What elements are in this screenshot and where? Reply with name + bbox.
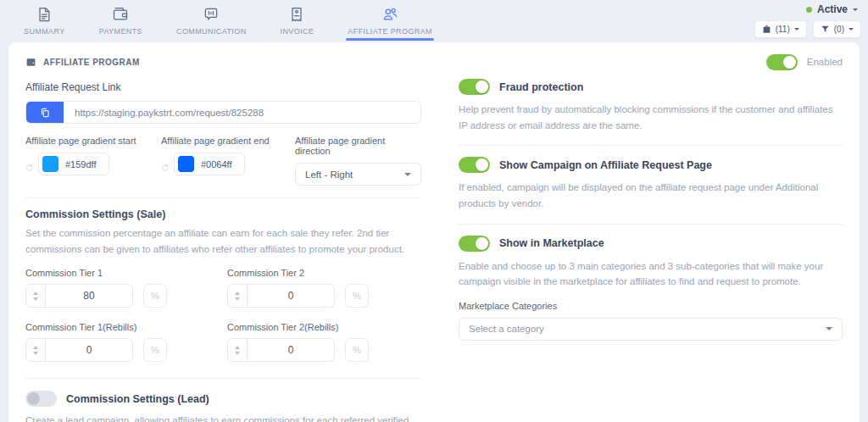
tab-communication[interactable]: COMMUNICATION xyxy=(175,0,248,42)
marketplace-toggle-row: Show in Marketplace xyxy=(459,236,843,252)
arrow-up-icon xyxy=(235,292,240,295)
sale-settings-title: Commission Settings (Sale) xyxy=(25,208,421,220)
stepper-arrows[interactable] xyxy=(228,339,248,361)
tier2-rebills-stepper: 0 xyxy=(227,338,335,362)
tier-row-2: Commission Tier 1(Rebills) 0 % Com xyxy=(25,322,421,362)
tab-payments[interactable]: PAYMENTS xyxy=(97,0,144,42)
fraud-protection-section: Fraud protection Help prevent fraud by a… xyxy=(459,71,843,146)
wallet-icon xyxy=(25,57,36,68)
panel-header: AFFILIATE PROGRAM Enabled xyxy=(25,54,843,69)
divider xyxy=(25,378,421,379)
commission-tier2-rebills-field: Commission Tier 2(Rebills) 0 % xyxy=(227,322,421,362)
fraud-protection-title: Fraud protection xyxy=(499,81,583,93)
tier-row-1: Commission Tier 1 80 % Commission xyxy=(25,268,421,308)
percent-unit: % xyxy=(345,284,369,308)
categories-placeholder: Select a category xyxy=(469,324,544,334)
chevron-down-icon xyxy=(794,28,799,31)
arrow-down-icon xyxy=(33,297,38,301)
request-link-group: https://staging.paykstrt.com/request/825… xyxy=(25,101,421,124)
wallet-icon xyxy=(112,6,129,23)
chevron-down-icon xyxy=(853,8,858,11)
arrow-down-icon xyxy=(235,352,240,355)
status-dropdown[interactable]: Active xyxy=(803,2,861,17)
tier2-stepper: 0 xyxy=(227,284,335,308)
tier1-input[interactable]: 80 xyxy=(46,285,132,307)
arrow-up-icon xyxy=(33,346,38,349)
chat-icon xyxy=(203,6,220,23)
stepper-arrows[interactable] xyxy=(26,339,46,361)
percent-unit: % xyxy=(345,338,369,362)
commission-tier2-field: Commission Tier 2 0 % xyxy=(227,268,421,308)
filter-button[interactable]: (0) xyxy=(813,20,861,38)
stepper-arrows[interactable] xyxy=(26,285,46,307)
gradient-end-swatch xyxy=(178,156,194,172)
panel-columns: Affiliate Request Link https://staging.p… xyxy=(25,71,843,422)
date-range-button[interactable]: (11) xyxy=(754,20,807,38)
commission-tier1-field: Commission Tier 1 80 % xyxy=(25,268,227,308)
show-campaign-description: If enabled, campaign will be displayed o… xyxy=(459,180,843,211)
enabled-toggle[interactable] xyxy=(766,54,798,70)
tab-invoice[interactable]: INVOICE xyxy=(279,0,316,42)
tab-summary[interactable]: SUMMARY xyxy=(22,0,67,42)
tier2-rebills-input[interactable]: 0 xyxy=(248,339,334,361)
tab-label: COMMUNICATION xyxy=(176,27,247,36)
enabled-label: Enabled xyxy=(807,54,843,70)
fraud-toggle-row: Fraud protection xyxy=(459,79,843,95)
status-label: Active xyxy=(817,3,848,15)
gradient-start-hex: #159dff xyxy=(65,159,97,169)
show-campaign-toggle-row: Show Campaign on Affiliate Request Page xyxy=(459,157,843,173)
show-campaign-section: Show Campaign on Affiliate Request Page … xyxy=(459,146,843,224)
status-dot-icon xyxy=(806,7,812,13)
gradient-start-label: Affiliate page gradient start xyxy=(25,136,161,146)
tab-bar: SUMMARY PAYMENTS COMMUNICATION xyxy=(0,0,868,42)
date-range-count: (11) xyxy=(776,25,790,34)
commission-tier1-rebills-field: Commission Tier 1(Rebills) 0 % xyxy=(25,322,227,362)
tier2-input[interactable]: 0 xyxy=(248,285,334,307)
marketplace-toggle[interactable] xyxy=(459,236,490,252)
tier1-stepper: 80 xyxy=(25,284,133,308)
gradient-start-field: Affiliate page gradient start #159dff xyxy=(25,136,161,186)
gradient-direction-value: Left - Right xyxy=(305,169,353,180)
gradient-direction-field: Affiliate page gradient direction Left -… xyxy=(295,136,421,186)
briefcase-icon xyxy=(762,25,771,34)
gradient-start-input[interactable]: #159dff xyxy=(38,153,109,175)
toggle-knob xyxy=(27,392,40,405)
receipt-icon xyxy=(288,6,305,23)
copy-icon xyxy=(39,107,51,119)
lead-settings-row: Commission Settings (Lead) xyxy=(25,391,421,407)
lead-settings-description: Create a lead campaign, allowing affilia… xyxy=(25,413,421,422)
categories-select[interactable]: Select a category xyxy=(459,318,843,341)
gradient-end-input[interactable]: #0064ff xyxy=(174,153,245,175)
fraud-protection-toggle[interactable] xyxy=(459,79,490,95)
left-column: Affiliate Request Link https://staging.p… xyxy=(25,71,421,422)
refresh-icon[interactable] xyxy=(25,160,34,169)
chevron-down-icon xyxy=(849,28,854,31)
refresh-icon[interactable] xyxy=(161,160,170,169)
marketplace-title: Show in Marketplace xyxy=(499,237,604,249)
top-right-controls: Active (11) (0) xyxy=(754,2,861,38)
tier1-rebills-input[interactable]: 0 xyxy=(46,339,132,361)
arrow-down-icon xyxy=(33,352,38,355)
percent-unit: % xyxy=(143,338,167,362)
tab-label: INVOICE xyxy=(281,27,314,36)
active-tab-underline xyxy=(346,38,434,41)
chevron-down-icon xyxy=(826,327,832,330)
stepper-arrows[interactable] xyxy=(228,285,248,307)
marketplace-description: Enable and choose up to 3 main categorie… xyxy=(459,258,843,290)
tier1-label: Commission Tier 1 xyxy=(25,268,227,278)
categories-label: Marketplace Categories xyxy=(459,301,843,311)
copy-link-button[interactable] xyxy=(26,102,64,123)
gradient-direction-select[interactable]: Left - Right xyxy=(295,163,421,186)
show-campaign-title: Show Campaign on Affiliate Request Page xyxy=(499,159,712,171)
request-link-input[interactable]: https://staging.paykstrt.com/request/825… xyxy=(64,102,420,123)
gradient-end-hex: #0064ff xyxy=(201,159,232,169)
toggle-knob xyxy=(476,81,488,93)
panel-title-text: AFFILIATE PROGRAM xyxy=(43,58,140,67)
tab-label: AFFILIATE PROGRAM xyxy=(348,27,432,36)
users-icon xyxy=(381,6,398,23)
tab-affiliate-program[interactable]: AFFILIATE PROGRAM xyxy=(346,0,434,42)
lead-settings-toggle[interactable] xyxy=(25,391,57,407)
gradient-settings-row: Affiliate page gradient start #159dff Af… xyxy=(25,136,421,186)
show-campaign-toggle[interactable] xyxy=(459,157,490,173)
panel-title: AFFILIATE PROGRAM xyxy=(25,57,140,68)
